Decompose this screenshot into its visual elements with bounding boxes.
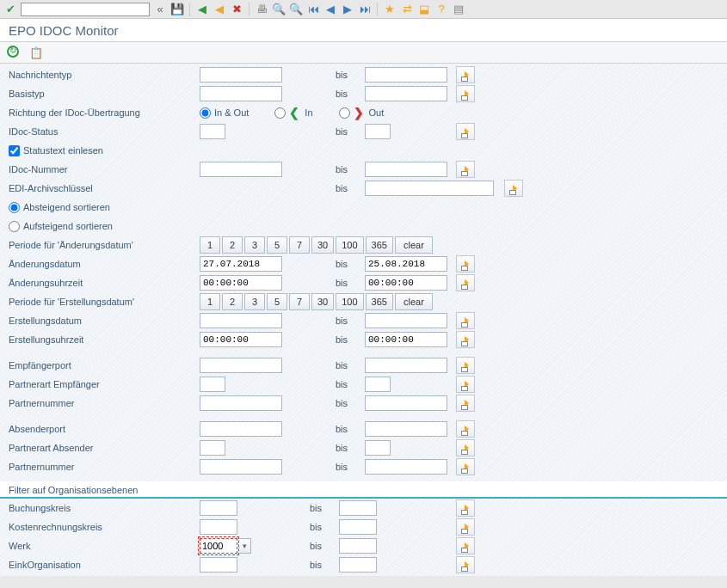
period-btn-365[interactable]: 365 (366, 236, 393, 254)
period2-btn-clear[interactable]: clear (395, 293, 433, 310)
ok-icon[interactable]: ✔ (3, 3, 17, 16)
help-icon[interactable]: ? (434, 3, 448, 16)
period2-btn-100[interactable]: 100 (336, 293, 363, 310)
period-btn-7[interactable]: 7 (289, 236, 310, 254)
erstellungsuhrzeit-from[interactable] (200, 332, 282, 347)
period2-btn-1[interactable]: 1 (200, 293, 220, 310)
exit-icon[interactable]: ◀ (213, 3, 226, 16)
basistyp-to[interactable] (365, 86, 447, 101)
kostenrechnungskreis-multi-button[interactable] (456, 518, 475, 536)
einkorg-multi-button[interactable] (456, 556, 475, 573)
command-field[interactable] (21, 3, 150, 16)
partnernummer-abs-multi-button[interactable] (456, 458, 475, 475)
period-btn-clear[interactable]: clear (395, 236, 433, 254)
werk-to[interactable] (339, 538, 377, 554)
einkorg-from[interactable] (200, 557, 237, 573)
absenderport-to[interactable] (365, 421, 447, 437)
aenderungsuhrzeit-to[interactable] (365, 275, 447, 291)
absenderport-from[interactable] (200, 421, 282, 437)
period2-btn-5[interactable]: 5 (267, 293, 287, 310)
kostenrechnungskreis-from[interactable] (200, 519, 237, 535)
erstellungsuhrzeit-to[interactable] (365, 332, 447, 347)
period-btn-3[interactable]: 3 (244, 236, 265, 254)
prev-page-icon[interactable]: ◀ (323, 3, 337, 16)
aufsteigend-radio[interactable]: Aufsteigend sortieren (9, 221, 113, 232)
absteigend-radio[interactable]: Absteigend sortieren (9, 202, 110, 213)
partnerart-abs-from[interactable] (200, 440, 225, 456)
aenderungsuhrzeit-multi-button[interactable] (456, 274, 475, 291)
period-btn-100[interactable]: 100 (336, 236, 363, 254)
richtung-inout-radio[interactable]: In & Out (200, 107, 249, 119)
idoc-status-from[interactable] (200, 124, 225, 139)
first-page-icon[interactable]: ⏮ (306, 3, 320, 16)
buchungskreis-from[interactable] (200, 500, 237, 516)
erstellungsdatum-multi-button[interactable] (456, 312, 475, 329)
basistyp-multi-button[interactable] (456, 85, 475, 102)
execute-icon[interactable] (7, 46, 19, 59)
werk-from[interactable] (200, 538, 237, 554)
partnerart-abs-to[interactable] (365, 440, 391, 456)
last-page-icon[interactable]: ⏭ (358, 3, 372, 16)
period-btn-5[interactable]: 5 (267, 236, 287, 254)
partnerart-empf-from[interactable] (200, 377, 225, 392)
partnernummer-empf-to[interactable] (365, 395, 447, 411)
buchungskreis-multi-button[interactable] (456, 499, 475, 517)
period2-btn-7[interactable]: 7 (289, 293, 310, 310)
aenderungsdatum-from[interactable] (200, 256, 282, 272)
cancel-icon[interactable]: ✖ (230, 3, 243, 16)
aenderungsdatum-to[interactable] (365, 256, 447, 272)
find-next-icon[interactable]: 🔍 (289, 3, 303, 16)
aenderungsuhrzeit-from[interactable] (200, 275, 282, 291)
empfaengerport-to[interactable] (365, 358, 447, 373)
idoc-nummer-to[interactable] (365, 162, 447, 177)
erstellungsdatum-to[interactable] (365, 313, 447, 328)
statustext-checkbox[interactable]: Statustext einlesen (9, 145, 103, 156)
period-btn-2[interactable]: 2 (222, 236, 243, 254)
period2-btn-365[interactable]: 365 (366, 293, 393, 310)
nachrichtentyp-multi-button[interactable] (456, 66, 475, 83)
partnernummer-abs-to[interactable] (365, 459, 447, 475)
find-icon[interactable]: 🔍 (272, 3, 286, 16)
period-btn-1[interactable]: 1 (200, 236, 220, 254)
richtung-in-radio[interactable]: ❮In (274, 106, 312, 119)
erstellungsuhrzeit-multi-button[interactable] (456, 331, 475, 348)
werk-f4-button[interactable]: ▾ (239, 538, 251, 554)
empfaengerport-multi-button[interactable] (456, 357, 475, 374)
werk-multi-button[interactable] (456, 537, 475, 554)
period2-btn-2[interactable]: 2 (222, 293, 243, 310)
richtung-out-radio[interactable]: ❯Out (339, 106, 385, 119)
nachrichtentyp-to[interactable] (365, 67, 447, 83)
edi-archiv-to[interactable] (365, 181, 494, 196)
partnerart-empf-to[interactable] (365, 377, 391, 392)
back-icon[interactable]: « (153, 3, 167, 16)
erstellungsdatum-from[interactable] (200, 313, 282, 328)
print-icon[interactable]: 🖶 (255, 3, 268, 16)
idoc-status-to[interactable] (365, 124, 391, 139)
einkorg-to[interactable] (339, 557, 377, 573)
absenderport-multi-button[interactable] (456, 420, 475, 438)
aenderungsdatum-multi-button[interactable] (456, 255, 475, 273)
layout-icon[interactable]: ▤ (452, 3, 465, 16)
idoc-nummer-from[interactable] (200, 162, 282, 177)
favorite-icon[interactable]: ★ (383, 3, 397, 16)
session-icon[interactable]: ⇄ (400, 3, 414, 16)
edi-archiv-multi-button[interactable] (504, 180, 523, 197)
kostenrechnungskreis-to[interactable] (339, 519, 377, 535)
shortcut-icon[interactable]: ⬓ (417, 3, 431, 16)
period-btn-30[interactable]: 30 (311, 236, 334, 254)
basistyp-from[interactable] (200, 86, 282, 101)
nachrichtentyp-from[interactable] (200, 67, 282, 83)
partnerart-empf-multi-button[interactable] (456, 376, 475, 393)
partnernummer-abs-from[interactable] (200, 459, 282, 475)
empfaengerport-from[interactable] (200, 358, 282, 373)
back-nav-icon[interactable]: ◀ (195, 3, 209, 16)
variant-icon[interactable]: 📋 (29, 46, 43, 59)
next-page-icon[interactable]: ▶ (341, 3, 354, 16)
buchungskreis-to[interactable] (339, 500, 377, 516)
period2-btn-3[interactable]: 3 (244, 293, 265, 310)
partnernummer-empf-from[interactable] (200, 395, 282, 411)
idoc-nummer-multi-button[interactable] (456, 161, 475, 178)
period2-btn-30[interactable]: 30 (311, 293, 334, 310)
partnernummer-empf-multi-button[interactable] (456, 395, 475, 412)
partnerart-abs-multi-button[interactable] (456, 439, 475, 456)
